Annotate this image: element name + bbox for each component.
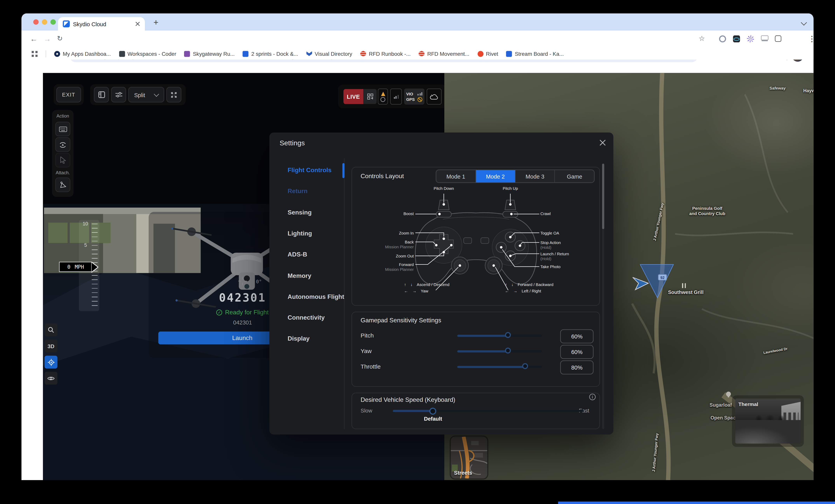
live-badge: LIVE (343, 89, 363, 104)
skydio-app: 042301 ✓ Ready for Flight 042301 Launch … (43, 73, 814, 480)
signal-bars-icon (393, 94, 399, 98)
speed-default-label: Default (412, 416, 455, 422)
orbit-action-button[interactable] (55, 138, 70, 152)
keyboard-control-button[interactable] (55, 122, 70, 136)
thermal-terrain (735, 420, 800, 444)
tab-close-icon[interactable] (135, 21, 140, 26)
weather-status[interactable] (427, 89, 442, 105)
settings-nav-display[interactable]: Display (288, 336, 310, 342)
sensitivity-value-yaw[interactable]: 60% (560, 345, 593, 359)
attach-panel-title: Attach. (52, 170, 74, 175)
bookmark-skygateway-ru[interactable]: Skygateway Ru... (184, 51, 235, 57)
bookmark-2-sprints-dock[interactable]: 2 sprints - Dock &... (243, 51, 298, 57)
signal-strength[interactable] (390, 89, 402, 105)
map-label-safeway: Safeway (770, 86, 786, 91)
mode-button-game[interactable]: Game (554, 170, 594, 183)
connectivity-warning-stack[interactable] (378, 89, 388, 105)
bookmark-stream-board-ka[interactable]: Stream Board - Ka... (506, 51, 564, 57)
sensitivity-value-throttle[interactable]: 80% (560, 360, 593, 374)
sensitivity-label-throttle: Throttle (361, 363, 381, 370)
minimap-label: Streets (454, 470, 472, 476)
search-icon (48, 327, 54, 333)
bookmark-rfd-runbook[interactable]: RFD Runbook -... (360, 51, 411, 57)
bookmark-star-icon[interactable]: ☆ (699, 35, 705, 42)
gamepad-label-zoom-out: Zoom Out (396, 254, 414, 259)
info-icon[interactable]: i (589, 394, 595, 400)
sensitivity-value-pitch[interactable]: 60% (560, 329, 593, 343)
settings-nav-memory[interactable]: Memory (288, 272, 311, 279)
map-visibility-button[interactable] (44, 372, 57, 384)
gamepad-label-zoom-in: Zoom In (399, 231, 414, 235)
settings-nav-connectivity[interactable]: Connectivity (288, 314, 325, 321)
forward-button[interactable]: → (43, 35, 51, 43)
rivet-favicon-icon (477, 51, 483, 57)
spotlight-attachment-button[interactable] (55, 177, 70, 192)
ruler-label-10: 10 (83, 221, 88, 226)
skydio-favicon-icon (63, 20, 70, 27)
onepassword-extension-icon[interactable] (719, 35, 726, 42)
back-button[interactable]: ← (30, 35, 38, 43)
react-devtools-extension-icon[interactable] (733, 35, 740, 42)
settings-nav-return[interactable]: Return (288, 188, 307, 194)
loom-extension-icon[interactable] (747, 35, 754, 42)
drone-map-marker[interactable] (627, 261, 680, 301)
extensions-puzzle-icon[interactable] (775, 35, 781, 42)
speed-min-label: Slow (361, 407, 372, 414)
streets-minimap[interactable]: Streets (451, 437, 487, 478)
settings-nav-autonomous-flight[interactable]: Autonomous Flight (288, 293, 344, 300)
bookmark-rfd-movement[interactable]: RFD Movement... (419, 51, 469, 57)
map-label-and-country-club: and Country Club (689, 211, 725, 216)
fullscreen-button[interactable] (166, 87, 181, 102)
sensitivity-slider-yaw[interactable] (457, 350, 542, 353)
bookmark-my-apps-dashboa[interactable]: My Apps Dashboa... (54, 51, 111, 57)
sensitivity-thumb-throttle[interactable] (522, 363, 528, 369)
stream-grid-button[interactable] (363, 89, 377, 104)
thermal-label: Thermal (738, 401, 758, 407)
map-label-sugarloaf: Sugarloaf (710, 402, 732, 408)
modal-scrollbar-thumb[interactable] (602, 164, 604, 229)
new-tab-button[interactable]: + (154, 18, 159, 27)
reload-button[interactable]: ↻ (57, 35, 63, 42)
bookmark-rivet[interactable]: Rivet (477, 51, 498, 57)
close-icon[interactable] (599, 139, 606, 147)
sensitivity-slider-pitch[interactable] (457, 335, 542, 337)
mode-button-mode-1[interactable]: Mode 1 (436, 170, 475, 183)
tab-search-chevron-icon[interactable] (801, 19, 807, 25)
controls-layout-label: Controls Layout (361, 173, 404, 179)
settings-nav-lighting[interactable]: Lighting (288, 230, 312, 236)
gps-label: GPS (406, 97, 415, 102)
skygateway-favicon-icon (184, 51, 190, 57)
gamepad-axis-left-right: ← →Left / Right (505, 289, 541, 293)
close-window-button[interactable] (33, 19, 39, 25)
mode-button-mode-2[interactable]: Mode 2 (475, 170, 515, 183)
layout-select[interactable]: Split (128, 87, 164, 102)
map-search-button[interactable] (44, 323, 57, 336)
map-label-hayward-park: Hayward Park (803, 88, 814, 93)
settings-nav-sensing[interactable]: Sensing (288, 209, 312, 215)
panel-toggle-button[interactable] (94, 87, 109, 102)
browser-menu-icon[interactable]: ⋮ (808, 35, 814, 43)
laptop-extension-icon[interactable] (761, 35, 769, 40)
mode-button-mode-3[interactable]: Mode 3 (515, 170, 554, 183)
settings-nav-ads-b[interactable]: ADS-B (288, 251, 307, 258)
select-action-button[interactable] (55, 153, 70, 167)
positioning-status[interactable]: VIO GPS (404, 89, 425, 105)
gamepad-label-crawl: Crawl (540, 211, 551, 216)
sensitivity-slider-throttle[interactable] (457, 366, 542, 368)
map-locate-button[interactable] (44, 356, 57, 369)
browser-tab[interactable]: Skydio Cloud (58, 17, 145, 30)
gamepad-label-pitch-up: Pitch Up (503, 186, 518, 191)
bookmark-workspaces-coder[interactable]: Workspaces - Coder (119, 51, 176, 57)
filters-button[interactable] (111, 87, 126, 102)
bookmark-visual-directory[interactable]: Visual Directory (306, 51, 352, 57)
maximize-window-button[interactable] (50, 19, 56, 25)
gamepad-label-stop-action: Stop Action(Hold) (540, 240, 561, 250)
map-3d-button[interactable]: 3D (44, 340, 57, 353)
settings-nav-flight-controls[interactable]: Flight Controls (288, 167, 331, 173)
keyboard-speed-slider[interactable] (393, 410, 584, 412)
apps-grid-icon[interactable] (32, 51, 38, 57)
vio-label: VIO (406, 91, 413, 97)
exit-button[interactable]: EXIT (56, 87, 81, 102)
minimize-window-button[interactable] (42, 19, 47, 25)
gamepad-label-boost: Boost (404, 211, 414, 216)
